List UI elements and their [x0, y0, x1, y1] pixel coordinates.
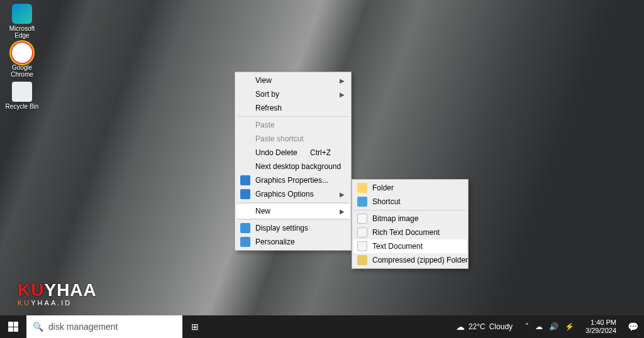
taskbar-spacer — [208, 315, 450, 338]
context-menu: View ▶ Sort by ▶ Refresh Paste Paste sho… — [235, 72, 352, 251]
menu-item-label: Text Document — [372, 242, 423, 251]
clock-date: 3/29/2024 — [586, 327, 616, 335]
menu-item-label: View — [255, 76, 272, 85]
submenu-item-compressed-folder[interactable]: Compressed (zipped) Folder — [353, 253, 467, 267]
watermark: KUYHAA KUYHAA.ID — [18, 280, 97, 307]
menu-item-label: Next desktop background — [255, 162, 341, 171]
shortcut-icon — [357, 197, 367, 207]
menu-item-label: Bitmap image — [372, 214, 418, 223]
desktop[interactable]: Microsoft Edge Google Chrome Recycle Bin… — [0, 0, 644, 338]
menu-item-personalize[interactable]: Personalize — [236, 235, 350, 249]
menu-item-label: Paste shortcut — [255, 134, 304, 143]
menu-item-paste: Paste — [236, 118, 350, 132]
menu-item-sort-by[interactable]: Sort by ▶ — [236, 87, 350, 101]
menu-item-label: New — [255, 207, 270, 215]
menu-separator — [237, 116, 349, 117]
menu-item-next-desktop-background[interactable]: Next desktop background — [236, 160, 350, 173]
task-view-icon: ⊞ — [191, 322, 199, 332]
weather-text: Cloudy — [489, 322, 513, 331]
wifi-icon[interactable]: ⚡ — [565, 322, 574, 331]
desktop-icon-label: Google Chrome — [4, 64, 40, 78]
personalize-icon — [240, 237, 250, 247]
windows-icon — [8, 322, 18, 332]
menu-item-shortcut: Ctrl+Z — [310, 148, 331, 157]
menu-item-refresh[interactable]: Refresh — [236, 101, 350, 115]
menu-item-label: Display settings — [255, 224, 308, 232]
system-tray[interactable]: ˄ ☁ 🔊 ⚡ — [519, 315, 580, 338]
menu-item-label: Graphics Options — [255, 190, 314, 199]
menu-item-undo-delete[interactable]: Undo Delete Ctrl+Z — [236, 146, 350, 160]
menu-item-label: Undo Delete — [255, 148, 297, 157]
txt-icon — [357, 241, 367, 251]
menu-item-label: Rich Text Document — [372, 228, 440, 237]
menu-separator — [354, 210, 466, 210]
clock-time: 1:40 PM — [591, 319, 616, 327]
menu-item-label: Folder — [372, 183, 394, 192]
notification-icon: 💬 — [628, 322, 638, 332]
menu-separator — [237, 219, 349, 220]
cloud-icon: ☁ — [456, 322, 465, 332]
chrome-icon — [12, 43, 32, 63]
submenu-item-bitmap-image[interactable]: Bitmap image — [353, 212, 467, 226]
graphics-icon — [240, 175, 250, 185]
onedrive-icon[interactable]: ☁ — [535, 322, 543, 331]
menu-item-label: Sort by — [255, 90, 279, 99]
chevron-up-icon[interactable]: ˄ — [525, 322, 529, 331]
menu-item-label: Compressed (zipped) Folder — [372, 256, 468, 264]
context-submenu-new: Folder Shortcut Bitmap image Rich Text D… — [352, 179, 469, 269]
taskbar: 🔍 disk management ⊞ ☁ 22°C Cloudy ˄ ☁ 🔊 … — [0, 315, 644, 338]
desktop-icons-area: Microsoft Edge Google Chrome Recycle Bin — [4, 4, 40, 110]
display-icon — [240, 223, 250, 233]
menu-item-graphics-options[interactable]: Graphics Options ▶ — [236, 187, 350, 201]
desktop-icon-edge[interactable]: Microsoft Edge — [4, 4, 40, 39]
taskbar-weather[interactable]: ☁ 22°C Cloudy — [450, 315, 519, 338]
recycle-bin-icon — [12, 82, 32, 102]
desktop-icon-chrome[interactable]: Google Chrome — [4, 43, 40, 78]
search-input-text: disk management — [48, 322, 118, 332]
graphics-icon — [240, 189, 250, 199]
weather-temp: 22°C — [469, 322, 486, 331]
menu-item-label: Refresh — [255, 104, 282, 112]
submenu-item-folder[interactable]: Folder — [353, 181, 467, 195]
submenu-item-shortcut[interactable]: Shortcut — [353, 195, 467, 209]
menu-item-graphics-properties[interactable]: Graphics Properties... — [236, 173, 350, 187]
start-button[interactable] — [0, 315, 26, 338]
menu-item-label: Paste — [255, 121, 275, 129]
watermark-title: KUYHAA — [18, 280, 97, 300]
submenu-item-text-document[interactable]: Text Document — [353, 239, 467, 253]
submenu-item-rich-text-document[interactable]: Rich Text Document — [353, 226, 467, 239]
desktop-icon-label: Recycle Bin — [6, 103, 39, 110]
menu-item-label: Graphics Properties... — [255, 176, 328, 185]
menu-item-label: Shortcut — [372, 197, 401, 206]
edge-icon — [12, 4, 32, 24]
menu-separator — [237, 202, 349, 203]
menu-item-new[interactable]: New ▶ — [236, 204, 350, 218]
chevron-right-icon: ▶ — [340, 208, 345, 215]
volume-icon[interactable]: 🔊 — [549, 322, 558, 331]
desktop-icon-label: Microsoft Edge — [4, 25, 40, 39]
menu-item-view[interactable]: View ▶ — [236, 74, 350, 87]
menu-item-paste-shortcut: Paste shortcut — [236, 132, 350, 146]
search-icon: 🔍 — [33, 322, 43, 332]
bitmap-icon — [357, 214, 367, 224]
taskbar-clock[interactable]: 1:40 PM 3/29/2024 — [580, 315, 621, 338]
menu-item-display-settings[interactable]: Display settings — [236, 221, 350, 235]
chevron-right-icon: ▶ — [340, 191, 345, 198]
chevron-right-icon: ▶ — [340, 77, 345, 84]
task-view-button[interactable]: ⊞ — [182, 315, 208, 338]
folder-icon — [357, 183, 367, 193]
zip-icon — [357, 255, 367, 265]
taskbar-search[interactable]: 🔍 disk management — [26, 315, 182, 338]
menu-item-label: Personalize — [255, 237, 295, 246]
desktop-icon-recycle-bin[interactable]: Recycle Bin — [4, 82, 40, 110]
chevron-right-icon: ▶ — [340, 91, 345, 98]
rtf-icon — [357, 227, 367, 237]
action-center-button[interactable]: 💬 — [621, 315, 644, 338]
